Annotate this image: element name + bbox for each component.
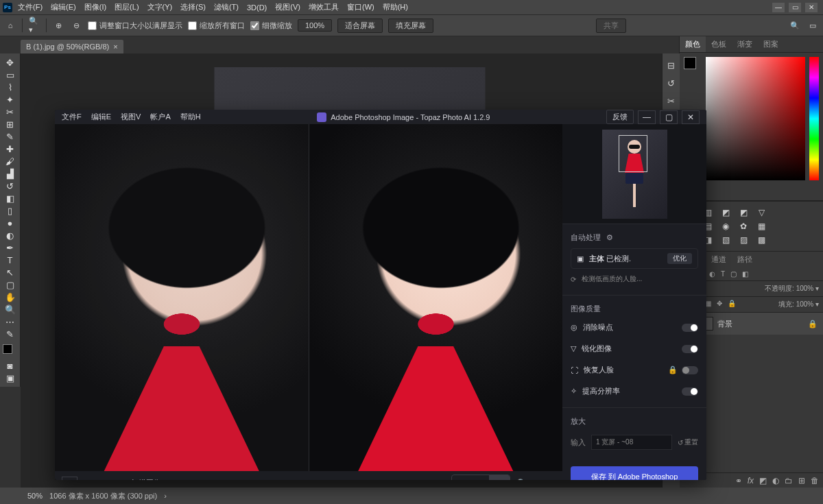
tab-color[interactable]: 颜色 (680, 36, 706, 52)
crop-tool-icon[interactable]: ✂ (1, 106, 19, 118)
actions-icon[interactable]: ✂ (664, 93, 679, 108)
layer-kind-shape-icon[interactable]: ▢ (730, 270, 737, 278)
plugin-preview[interactable]: ⌃ 扫描图像 ▭ ◫ ▯▯ 🔍 100% ▾ (55, 124, 562, 480)
face-toggle[interactable] (682, 366, 698, 374)
save-to-photoshop-button[interactable]: 保存 到 Adobe Photoshop (571, 466, 698, 480)
link-layers-icon[interactable]: ⚭ (735, 476, 742, 485)
status-doc-info[interactable]: 1066 像素 x 1600 像素 (300 ppi) (49, 491, 157, 501)
refine-subject-button[interactable]: 优化 (667, 253, 692, 264)
gear-icon[interactable]: ⚙ (606, 233, 613, 242)
quickselect-tool-icon[interactable]: ✦ (1, 93, 19, 106)
dodge-tool-icon[interactable]: ◐ (1, 229, 19, 241)
group-icon[interactable]: 🗀 (785, 476, 793, 485)
resize-windows-checkbox[interactable]: 调整窗口大小以满屏显示 (88, 21, 182, 31)
menu-type[interactable]: 文字(Y) (145, 1, 176, 14)
frame-tool-icon[interactable]: ⊞ (1, 118, 19, 130)
history-icon[interactable]: ↺ (664, 75, 679, 91)
row-sharpen[interactable]: ▽锐化图像 (571, 338, 698, 359)
plugin-menu-edit[interactable]: 编辑E (91, 112, 111, 122)
sharpen-toggle[interactable] (682, 345, 698, 353)
zoom-100-button[interactable]: 100% (298, 19, 332, 32)
edit-toolbar-icon[interactable]: ✎ (1, 328, 19, 340)
history-brush-icon[interactable]: ↺ (1, 180, 19, 192)
plugin-minimize-icon[interactable]: — (638, 110, 656, 124)
lasso-tool-icon[interactable]: ⌇ (1, 81, 19, 93)
menu-window[interactable]: 窗口(W) (344, 1, 377, 14)
tab-paths[interactable]: 路径 (732, 252, 758, 267)
layer-mask-icon[interactable]: ◩ (759, 476, 767, 485)
adjustment-layer-icon[interactable]: ◐ (772, 476, 779, 485)
hand-tool-icon[interactable]: ✋ (1, 291, 19, 303)
properties-icon[interactable]: ⊟ (664, 58, 679, 73)
search-icon[interactable]: 🔍 (789, 19, 801, 32)
plugin-menu-account[interactable]: 帐户A (150, 112, 170, 122)
workspace-icon[interactable]: ▭ (807, 19, 819, 32)
zoom-all-checkbox[interactable]: 缩放所有窗口 (188, 21, 245, 31)
lock-position-icon[interactable]: ✥ (717, 300, 722, 309)
color-swatch[interactable] (684, 57, 702, 75)
eyedropper-tool-icon[interactable]: ✎ (1, 130, 19, 143)
color-picker[interactable] (706, 57, 805, 180)
shape-tool-icon[interactable]: ▢ (1, 278, 19, 291)
menu-filter[interactable]: 滤镜(T) (211, 1, 241, 14)
row-upscale[interactable]: ✧提高分辨率 (571, 381, 698, 402)
plugin-menu-help[interactable]: 帮助H (180, 112, 201, 122)
plugin-zoom[interactable]: 🔍 100% ▾ (517, 479, 556, 481)
scrubby-zoom-checkbox[interactable]: 细微缩放 (250, 21, 292, 31)
tab-gradients[interactable]: 渐变 (732, 36, 758, 52)
quickmask-icon[interactable]: ◙ (1, 359, 19, 372)
size-input[interactable]: 1 宽屏 - ~08 (591, 435, 672, 450)
brush-tool-icon[interactable]: 🖌 (1, 155, 19, 167)
row-remove-noise[interactable]: ◎消除噪点 (571, 317, 698, 338)
layer-kind-adj-icon[interactable]: ◐ (709, 270, 715, 278)
menu-edit[interactable]: 编辑(E) (48, 1, 79, 14)
upscale-toggle[interactable] (682, 387, 698, 396)
type-tool-icon[interactable]: T (1, 254, 19, 266)
close-tab-icon[interactable]: × (113, 43, 117, 51)
share-button[interactable]: 共享 (596, 19, 626, 33)
plugin-close-icon[interactable]: ✕ (682, 110, 700, 124)
zoom-tool-icon[interactable]: 🔍▾ (28, 19, 40, 32)
home-icon[interactable]: ⌂ (4, 19, 16, 32)
window-close-icon[interactable]: ✕ (805, 3, 818, 12)
eraser-tool-icon[interactable]: ◧ (1, 192, 19, 204)
window-maximize-icon[interactable]: ▭ (789, 3, 801, 12)
document-tab[interactable]: B (1).jpg @ 50%(RGB/8) × (21, 40, 123, 53)
menu-image[interactable]: 图像(I) (82, 1, 109, 14)
stamp-tool-icon[interactable]: ▟ (1, 167, 19, 180)
screenmode-icon[interactable]: ▣ (1, 372, 19, 384)
plugin-maximize-icon[interactable]: ▢ (660, 110, 678, 124)
layer-kind-smart-icon[interactable]: ◧ (742, 270, 748, 278)
plugin-feedback-button[interactable]: 反馈 (606, 110, 634, 124)
view-side-icon[interactable]: ▯▯ (489, 475, 510, 480)
status-zoom[interactable]: 50% (27, 492, 43, 500)
layer-kind-type-icon[interactable]: T (721, 270, 725, 278)
path-tool-icon[interactable]: ↖ (1, 266, 19, 278)
lock-all-icon[interactable]: 🔒 (728, 300, 736, 309)
fg-bg-color[interactable] (3, 344, 18, 359)
tab-patterns[interactable]: 图案 (758, 36, 784, 52)
hue-slider[interactable] (809, 57, 819, 180)
more-tools-icon[interactable]: ⋯ (1, 315, 19, 328)
pen-tool-icon[interactable]: ✒ (1, 241, 19, 254)
fit-screen-button[interactable]: 适合屏幕 (337, 19, 383, 33)
plugin-menu-view[interactable]: 视图V (121, 112, 141, 122)
new-layer-icon[interactable]: ⊞ (798, 476, 805, 485)
fill-screen-button[interactable]: 填充屏幕 (388, 19, 433, 33)
gradient-tool-icon[interactable]: ▯ (1, 204, 19, 217)
tab-swatches[interactable]: 色板 (706, 36, 732, 52)
zoom-in-icon[interactable]: ⊕ (52, 19, 64, 32)
view-mode-segment[interactable]: ▭ ◫ ▯▯ (451, 475, 510, 480)
menu-view[interactable]: 视图(V) (272, 1, 303, 14)
view-single-icon[interactable]: ▭ (452, 475, 470, 480)
reset-button[interactable]: ↺ 重置 (678, 437, 698, 447)
view-split-icon[interactable]: ◫ (470, 475, 489, 480)
menu-select[interactable]: 选择(S) (178, 1, 208, 14)
marquee-tool-icon[interactable]: ▭ (1, 69, 19, 81)
menu-3d[interactable]: 3D(D) (244, 2, 270, 13)
delete-layer-icon[interactable]: 🗑 (811, 476, 819, 485)
plugin-menu-file[interactable]: 文件F (62, 112, 82, 122)
menu-layer[interactable]: 图层(L) (112, 1, 141, 14)
layer-fx-icon[interactable]: fx (748, 476, 754, 485)
menu-plugins[interactable]: 增效工具 (306, 1, 342, 14)
